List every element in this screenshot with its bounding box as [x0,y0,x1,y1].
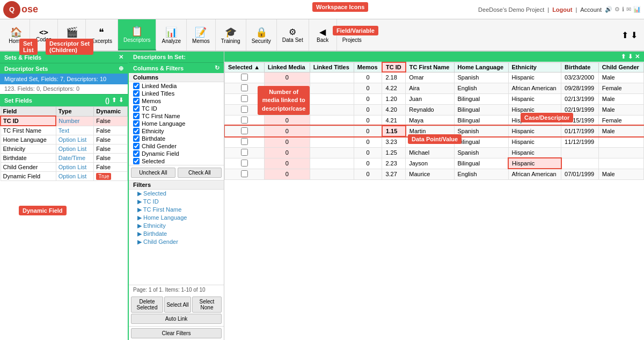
select-all-btn[interactable]: Select All [164,296,191,313]
migrated-set-item[interactable]: Migrated Set, Fields: 7, Descriptors: 10 [0,74,128,84]
col-linked-media-header[interactable]: Linked Media [265,62,310,72]
tc-first-name-cell: Maurice [406,169,454,179]
col-child-gender-header[interactable]: Child Gender [598,62,643,72]
field-row[interactable]: TC First NameTextFalse [1,126,128,135]
filter-tc-id[interactable]: ▶ TC ID [129,198,224,206]
col-ethnicity[interactable]: Ethnicity [129,127,224,135]
col-ethnicity-header[interactable]: Ethnicity [508,62,561,72]
analyze-icon-btn[interactable]: 📊 Analyze [156,19,187,50]
col-selected[interactable]: Selected [129,157,224,165]
col-linked-titles[interactable]: Linked Titles [129,90,224,97]
field-name-cell: Child Gender [1,163,56,172]
logout-link[interactable]: Logout [552,6,572,13]
linked-titles-cell [310,115,354,126]
tc-id-cell: 4.20 [382,104,406,115]
col-linked-media[interactable]: Linked Media [129,82,224,90]
set-123: 123. Fields: 0, Descriptors: 0 [0,84,128,93]
col-linked-titles-header[interactable]: Linked Titles [310,62,354,72]
annotation-dynamic-field: Dynamic Field [19,206,67,215]
field-row[interactable]: Dynamic FieldOption ListTrue [1,172,128,181]
field-row[interactable]: Child GenderOption ListFalse [1,163,128,172]
upload-icon[interactable]: ⬆ [621,30,628,40]
table-row[interactable]: 004.21MayaBilingualHispanic03/15/1999Fem… [225,115,644,126]
col-tc-first-name[interactable]: TC First Name [129,112,224,120]
selected-cell[interactable] [225,136,265,147]
selected-cell[interactable] [225,169,265,179]
linked-media-cell: 0 [265,147,310,158]
home-language-cell: Bilingual [454,115,508,126]
field-row[interactable]: Home LanguageOption ListFalse [1,135,128,144]
delete-selected-btn[interactable]: Delete Selected [131,296,163,313]
memos-icon-btn[interactable]: 📝 Memos [187,19,216,50]
right-download-icon[interactable]: ⬇ [628,53,633,60]
birthdate-cell: 11/12/1999 [561,136,599,147]
filter-birthdate[interactable]: ▶ Birthdate [129,230,224,238]
col-home-language-header[interactable]: Home Language [454,62,508,72]
linked-media-cell: 0 [265,115,310,126]
table-row[interactable]: 002.18OmarSpanishHispanic03/23/2000Male [225,72,644,83]
selected-cell[interactable] [225,147,265,158]
birthdate-cell [561,158,599,169]
field-row[interactable]: EthnicityOption ListFalse [1,144,128,154]
filter-tc-first-name[interactable]: ▶ TC First Name [129,206,224,214]
descriptors-icon-btn[interactable]: 📋 Descriptors [118,19,157,50]
col-birthdate-header[interactable]: Birthdate [561,62,599,72]
refresh-icon[interactable]: ↻ [215,64,219,71]
field-row[interactable]: BirthdateDate/TimeFalse [1,154,128,163]
col-birthdate[interactable]: Birthdate [129,135,224,142]
account-link[interactable]: Account [580,6,602,13]
sets-fields-close[interactable]: ✕ [119,54,123,61]
memos-cell: 0 [354,136,382,147]
col-child-gender[interactable]: Child Gender [129,142,224,150]
filter-home-language[interactable]: ▶ Home Language [129,214,224,222]
project-name: DeeDose's Demo Project [478,6,544,13]
linked-titles-cell [310,83,354,93]
separator2: | [575,6,577,13]
col-memos-header[interactable]: Memos [354,62,382,72]
set-fields-download-icon[interactable]: ⬇ [119,97,123,104]
training-icon-btn[interactable]: 🎓 Training [216,19,246,50]
add-descriptor-set-btn[interactable]: ⊕ [119,65,123,72]
table-row[interactable]: 001.25MichaelSpanishHispanic [225,147,644,158]
tc-first-name-cell: Reynaldo [406,104,454,115]
right-close-icon[interactable]: ✕ [635,53,640,60]
birthdate-cell [561,147,599,158]
check-all-btn[interactable]: Check All [178,168,222,178]
filter-ethnicity[interactable]: ▶ Ethnicity [129,222,224,230]
linked-titles-cell [310,158,354,169]
field-row[interactable]: TC IDNumberFalse [1,116,128,126]
table-row[interactable]: 002.23JaysonBilingualHispanic [225,158,644,169]
tc-id-cell: 2.18 [382,72,406,83]
auto-link-btn[interactable]: Auto Link [131,314,222,324]
col-selected-header[interactable]: Selected ▲ [225,62,265,72]
security-icon-btn[interactable]: 🔒 Security [246,19,277,50]
table-row[interactable]: 003.27MauriceEnglishAfrican American07/0… [225,169,644,179]
download-icon[interactable]: ⬇ [631,30,638,40]
filters-list: ▶ Selected ▶ TC ID ▶ TC First Name ▶ Hom… [129,190,224,285]
uncheck-all-btn[interactable]: Uncheck All [131,168,175,178]
select-none-btn[interactable]: Select None [192,296,222,313]
col-dynamic-field[interactable]: Dynamic Field [129,150,224,157]
clear-filters-btn[interactable]: Clear Filters [131,328,222,338]
linked-titles-cell [310,93,354,104]
selected-cell[interactable] [225,115,265,126]
selected-cell[interactable] [225,72,265,83]
col-home-language[interactable]: Home Language [129,120,224,127]
col-tc-id-header[interactable]: TC ID [382,62,406,72]
selected-cell[interactable] [225,126,265,136]
field-dynamic-cell: False [94,144,128,154]
filter-child-gender[interactable]: ▶ Child Gender [129,238,224,246]
filter-selected[interactable]: ▶ Selected [129,190,224,198]
set-fields-upload-icon[interactable]: ⬆ [112,97,116,104]
dataset-icon-btn[interactable]: ⚙ Data Set [277,19,309,50]
col-tc-id[interactable]: TC ID [129,105,224,112]
col-tc-first-name-header[interactable]: TC First Name [406,62,454,72]
memos-cell: 0 [354,169,382,179]
linked-media-cell: 0 [265,169,310,179]
set-fields-bracket-icon[interactable]: () [105,97,109,104]
ethnicity-cell: Hispanic [508,147,561,158]
selected-cell[interactable] [225,158,265,169]
col-memos[interactable]: Memos [129,97,224,105]
right-upload-icon[interactable]: ⬆ [621,53,626,60]
linked-media-cell: 0 [265,158,310,169]
